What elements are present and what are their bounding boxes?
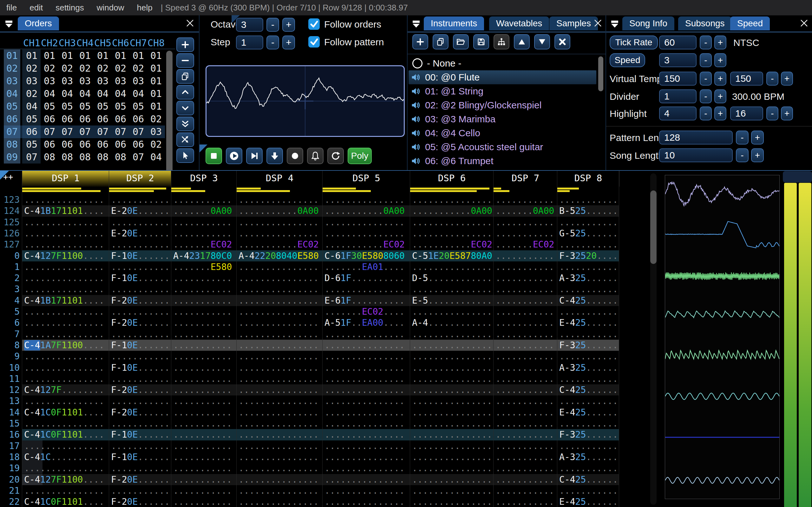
order-cell[interactable]: 01 [147, 62, 165, 75]
pattern-cell[interactable]: ........... [559, 217, 618, 228]
pattern-cell[interactable]: ........... [496, 474, 554, 485]
pattern-cell[interactable]: ............... [324, 452, 405, 463]
order-cell[interactable]: 01 [147, 75, 165, 88]
pattern-cell[interactable]: ............... [412, 452, 492, 463]
pattern-cell[interactable]: ............... [412, 262, 492, 273]
pattern-cell[interactable]: ............... [239, 362, 319, 373]
speed-label[interactable]: Speed [610, 53, 645, 67]
pattern-cell[interactable]: ............... [239, 452, 319, 463]
tick-rate-increment-button[interactable]: + [714, 36, 726, 49]
pattern-cell[interactable]: ........... [559, 373, 618, 384]
move-instrument-up-button[interactable] [514, 34, 530, 49]
pattern-cell[interactable]: F-10E...... [111, 250, 170, 262]
pattern-cell[interactable]: .......EC02 [496, 239, 554, 250]
order-cell[interactable]: 05 [58, 100, 76, 113]
instrument-item[interactable]: 04: @4 Cello [409, 126, 596, 140]
duplicate-order-button[interactable] [176, 69, 194, 83]
pattern-cell[interactable]: ............... [324, 194, 405, 205]
pattern-cell[interactable]: ........... [496, 452, 554, 463]
pattern-cell[interactable]: ............... [412, 284, 492, 295]
pattern-cell[interactable]: ........... [173, 418, 232, 429]
move-order-down-button[interactable] [176, 101, 194, 115]
pattern-cell[interactable]: ............... [412, 429, 492, 440]
pattern-cell[interactable]: ............... [239, 441, 319, 452]
pattern-cell[interactable]: ............... [412, 329, 492, 340]
play-button[interactable] [226, 148, 242, 164]
pattern-cell[interactable]: ........... [111, 373, 170, 384]
pattern-cell[interactable]: A-51F..EA00.... [324, 317, 405, 328]
pattern-cell[interactable]: E-5............ [412, 295, 492, 306]
pattern-cell[interactable]: ............... [324, 474, 405, 485]
pattern-cell[interactable]: F-10E...... [111, 429, 170, 440]
order-cell[interactable]: 02 [94, 62, 112, 75]
instrument-item[interactable]: 05: @5 Acoustic steel guitar [409, 140, 596, 154]
pattern-cell[interactable]: ............... [324, 329, 405, 340]
pattern-cell[interactable]: ........... [173, 329, 232, 340]
pattern-scrollbar[interactable] [650, 173, 657, 505]
order-cell[interactable]: 04 [58, 88, 76, 100]
pattern-cell[interactable]: ........... [173, 228, 232, 239]
order-cell[interactable]: 06 [112, 138, 130, 151]
pattern-cell[interactable]: ............... [24, 351, 104, 362]
pattern-cell[interactable]: ........... [559, 239, 618, 250]
tab-instruments[interactable]: Instruments [424, 16, 484, 31]
pattern-cell[interactable]: ........... [559, 485, 618, 496]
highlight-1-input[interactable]: 4 [659, 107, 697, 120]
pattern-length-decrement-button[interactable]: - [736, 130, 749, 145]
pattern-cell[interactable]: ............... [24, 284, 104, 295]
virtual-tempo-den-decrement-button[interactable]: - [766, 72, 778, 86]
pattern-cell[interactable]: ........... [559, 194, 618, 205]
order-cell[interactable]: 04 [112, 88, 130, 100]
order-cell[interactable]: 06 [58, 138, 76, 151]
order-row-number[interactable]: 08 [3, 138, 21, 151]
pattern-cell[interactable]: ........... [496, 284, 554, 295]
pattern-cell[interactable]: F-10E...... [111, 452, 170, 463]
pattern-cell[interactable]: ........... [173, 284, 232, 295]
follow-orders-checkbox[interactable] [308, 18, 320, 30]
pattern-cell[interactable]: ............... [239, 496, 319, 507]
move-instrument-down-button[interactable] [534, 34, 550, 49]
pattern-cell[interactable]: ........... [496, 250, 554, 262]
order-cell[interactable]: 03 [147, 125, 165, 138]
order-cell[interactable]: 05 [130, 100, 147, 113]
pattern-cell[interactable]: F-10E...... [111, 362, 170, 373]
pattern-cell[interactable]: C-4127F1100.... [24, 474, 104, 485]
pattern-cell[interactable]: ........... [111, 418, 170, 429]
instrument-folder-view-button[interactable] [494, 34, 509, 49]
pattern-cell[interactable]: ........... [496, 373, 554, 384]
step-decrement-button[interactable]: - [266, 36, 279, 49]
pattern-cell[interactable]: ............... [412, 496, 492, 507]
collapse-icon[interactable] [608, 18, 621, 30]
follow-pattern-checkbox[interactable] [308, 36, 320, 48]
pattern-cell[interactable]: F-20E...... [111, 384, 170, 395]
pattern-cell[interactable]: ........... [173, 194, 232, 205]
highlight-2-decrement-button[interactable]: - [766, 107, 778, 120]
pattern-cell[interactable]: A-4............ [412, 317, 492, 328]
instrument-item[interactable]: 00: @0 Flute [409, 70, 596, 84]
pattern-cell[interactable]: A-325...... [559, 452, 618, 463]
pattern-cell[interactable]: F-32520.... [559, 250, 618, 262]
pattern-cell[interactable]: .......EC02.... [324, 306, 405, 317]
pattern-cell[interactable]: ........... [559, 463, 618, 474]
pattern-cell[interactable]: ........... [496, 329, 554, 340]
order-cell[interactable]: 03 [41, 75, 58, 88]
order-cell[interactable]: 07 [23, 151, 41, 164]
order-cell[interactable]: 07 [58, 125, 76, 138]
pattern-cell[interactable]: ............... [239, 340, 319, 351]
instrument-item-none[interactable]: - None - [409, 56, 596, 70]
remove-order-button[interactable] [176, 53, 194, 68]
pattern-cell[interactable]: .......0A00 [173, 205, 232, 216]
order-cell[interactable]: 06 [41, 138, 58, 151]
pattern-cell[interactable]: ............... [239, 194, 319, 205]
pattern-corner-button[interactable]: ++ [3, 172, 13, 181]
pattern-cell[interactable]: ........... [173, 384, 232, 395]
pattern-cell[interactable]: ...........EC02 [239, 239, 319, 250]
orders-scrollbar[interactable] [166, 51, 172, 178]
stop-button[interactable] [206, 148, 222, 164]
order-cell[interactable]: 07 [130, 125, 147, 138]
pattern-cell[interactable]: ............... [324, 373, 405, 384]
pattern-cell[interactable]: ............... [412, 228, 492, 239]
pattern-cell[interactable]: .......E580 [173, 262, 232, 273]
pattern-cell[interactable]: ............... [239, 395, 319, 406]
move-order-up-button[interactable] [176, 85, 194, 100]
